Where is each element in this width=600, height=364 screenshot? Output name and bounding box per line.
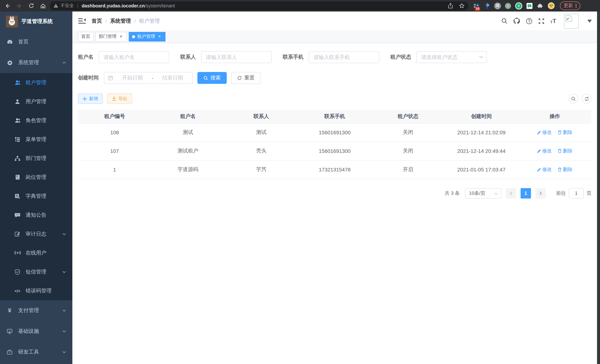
gear-icon xyxy=(6,59,13,66)
app-logo-row[interactable]: 芋道管理系统 xyxy=(0,11,72,32)
sidebar-item-sms[interactable]: 短信管理 xyxy=(0,262,72,281)
share-icon[interactable] xyxy=(448,3,453,9)
col-actions: 操作 xyxy=(518,110,591,123)
chat-extension-icon[interactable] xyxy=(526,2,533,9)
tab-home[interactable]: 首页 xyxy=(78,32,94,41)
sidebar-item-audit-log[interactable]: 审计日志 xyxy=(0,224,72,243)
sidebar-item-dept[interactable]: 部门管理 xyxy=(0,149,72,168)
tab-tenant[interactable]: 租户管理 × xyxy=(129,32,166,41)
table-row: 1 芋道源码 芋艿 17321315478 开启 2021-01-05 17:0… xyxy=(78,160,591,179)
sidebar-item-home[interactable]: 首页 xyxy=(0,32,72,52)
yudao-extension-icon[interactable]: Y xyxy=(515,2,523,9)
shield-check-icon xyxy=(14,269,21,275)
sidebar-toggle-icon[interactable] xyxy=(78,18,86,24)
date-separator: - xyxy=(152,75,153,81)
command-extension-icon[interactable]: ⌘ xyxy=(494,2,501,9)
next-page-button[interactable] xyxy=(535,188,546,198)
extension-icon[interactable]: 10 xyxy=(473,2,480,9)
close-icon[interactable]: × xyxy=(118,34,123,39)
delete-link[interactable]: 删除 xyxy=(558,148,572,154)
kite-extension-icon[interactable] xyxy=(484,2,491,9)
col-tenant-name: 租户名 xyxy=(151,110,225,123)
header-search-icon[interactable] xyxy=(501,18,508,24)
forward-icon[interactable] xyxy=(15,1,24,10)
date-end-placeholder[interactable]: 结束日期 xyxy=(156,75,189,81)
sidebar-item-post[interactable]: 岗位管理 xyxy=(0,168,72,187)
filter-row-1: 租户名 联系人 联系手机 租户状态 xyxy=(78,51,591,63)
sidebar-item-error-code[interactable]: </> 错误码管理 xyxy=(0,281,72,300)
add-button[interactable]: 新增 xyxy=(78,93,103,104)
extension-badge: 10 xyxy=(475,7,480,10)
edit-link[interactable]: 修改 xyxy=(537,129,552,136)
security-label[interactable]: 不安全 xyxy=(60,3,74,9)
sidebar-item-pay[interactable]: ¥ 支付管理 xyxy=(0,300,72,321)
sidebar-item-tenant[interactable]: 租户管理 xyxy=(0,73,72,92)
sidebar-item-infra[interactable]: 基础设施 xyxy=(0,321,72,342)
field-label: 联系手机 xyxy=(283,54,309,60)
browser-update-button[interactable]: 更新 xyxy=(560,1,580,10)
page-number-current[interactable]: 1 xyxy=(521,188,531,198)
sidebar-item-label: 岗位管理 xyxy=(26,174,46,180)
sidebar: 芋道管理系统 首页 系统管理 租户管理 xyxy=(0,11,72,364)
avatar[interactable] xyxy=(564,14,579,28)
export-label: 导出 xyxy=(118,95,127,102)
user-icon xyxy=(14,98,21,105)
sidebar-item-dev-tools[interactable]: 研发工具 xyxy=(0,342,72,363)
filter-contact: 联系人 xyxy=(180,51,272,63)
edit-link[interactable]: 修改 xyxy=(537,166,552,173)
tenant-name-input[interactable] xyxy=(99,51,169,63)
sidebar-item-role[interactable]: 角色管理 xyxy=(0,111,72,130)
toggle-search-button[interactable] xyxy=(568,94,578,103)
contact-input[interactable] xyxy=(201,51,272,63)
prev-page-button[interactable] xyxy=(506,188,516,198)
date-start-placeholder[interactable]: 开始日期 xyxy=(116,75,149,81)
export-button[interactable]: 导出 xyxy=(107,93,132,104)
breadcrumb-separator: / xyxy=(134,18,136,24)
chevron-down-icon xyxy=(62,350,66,354)
dictionary-icon xyxy=(14,193,21,199)
refresh-table-button[interactable] xyxy=(582,94,591,103)
close-icon[interactable]: × xyxy=(157,34,162,39)
sidebar-item-label: 菜单管理 xyxy=(26,136,46,143)
delete-link[interactable]: 删除 xyxy=(558,166,572,173)
chevron-down-icon xyxy=(62,270,66,274)
mobile-input[interactable] xyxy=(309,51,379,63)
reset-button[interactable]: 重置 xyxy=(231,72,261,84)
plus-icon xyxy=(83,97,87,101)
sidebar-item-menu[interactable]: 菜单管理 xyxy=(0,130,72,149)
browser-menu-icon[interactable] xyxy=(575,4,576,8)
status-select-input[interactable] xyxy=(416,51,487,63)
sidebar-item-user[interactable]: 用户管理 xyxy=(0,92,72,111)
search-label: 搜索 xyxy=(210,75,221,81)
search-button[interactable]: 搜索 xyxy=(197,72,227,84)
filter-tenant-name: 租户名 xyxy=(78,51,169,63)
breadcrumb-system[interactable]: 系统管理 xyxy=(110,18,131,24)
help-icon[interactable] xyxy=(526,18,533,24)
dot-extension-icon[interactable] xyxy=(504,2,512,9)
home-icon[interactable] xyxy=(38,1,47,10)
sidebar-item-system[interactable]: 系统管理 xyxy=(0,52,72,73)
bookmark-star-icon[interactable] xyxy=(459,3,465,9)
sidebar-item-notice[interactable]: 通知公告 xyxy=(0,205,72,224)
extensions-puzzle-icon[interactable] xyxy=(536,2,544,9)
delete-link[interactable]: 删除 xyxy=(558,129,572,136)
page-scrollbar[interactable] xyxy=(597,11,600,364)
caret-down-icon[interactable] xyxy=(587,19,592,22)
fullscreen-icon[interactable] xyxy=(538,18,545,24)
edit-link[interactable]: 修改 xyxy=(537,148,552,155)
breadcrumb-home[interactable]: 首页 xyxy=(92,18,102,24)
sidebar-item-online-users[interactable]: 在线用户 xyxy=(0,243,72,262)
font-size-icon[interactable]: TT xyxy=(550,18,556,24)
date-range-picker[interactable]: 开始日期 - 结束日期 xyxy=(104,72,193,84)
back-icon[interactable] xyxy=(3,1,12,10)
profile-avatar-icon[interactable] xyxy=(547,2,555,9)
tab-dept[interactable]: 部门管理 × xyxy=(95,32,127,41)
status-select[interactable] xyxy=(416,51,487,63)
address-bar[interactable]: 不安全 dashboard.yudao.iocoder.cn/system/te… xyxy=(50,1,468,10)
reload-icon[interactable] xyxy=(27,1,36,10)
github-icon[interactable] xyxy=(513,18,520,25)
goto-page-input[interactable] xyxy=(569,188,584,198)
sidebar-item-dict[interactable]: 字典管理 xyxy=(0,187,72,205)
breadcrumb-current: 租户管理 xyxy=(139,18,160,24)
page-size-select[interactable]: 10条/页 xyxy=(465,188,501,198)
